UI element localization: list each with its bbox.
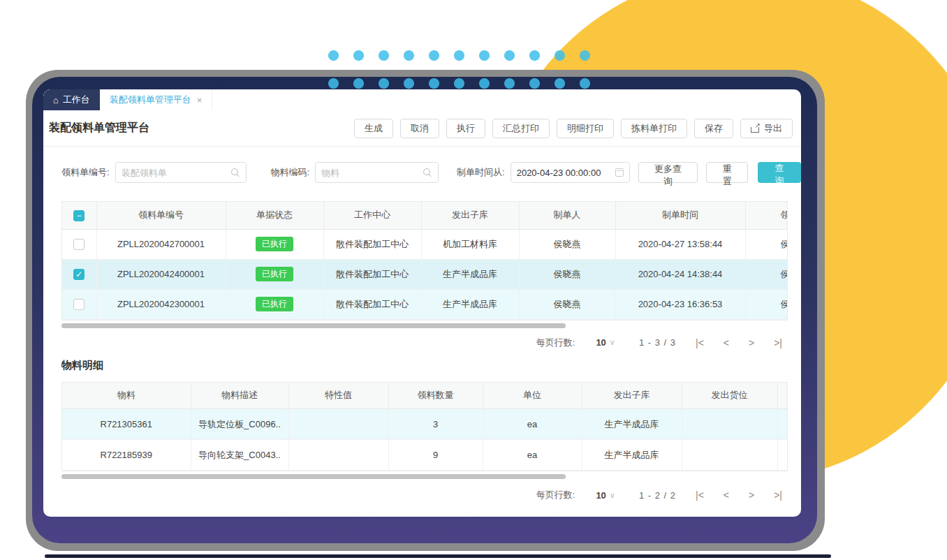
col-picker: 领料人 bbox=[745, 202, 788, 229]
export-button[interactable]: ↗ 导出 bbox=[740, 119, 793, 138]
first-page-button[interactable]: |< bbox=[696, 337, 704, 348]
order-no-label: 领料单编号: bbox=[61, 166, 110, 179]
status-badge: 已执行 bbox=[256, 267, 293, 281]
title-bar: 装配领料单管理平台 生成 取消 执行 汇总打印 明细打印 拣料单打印 保存 ↗ … bbox=[43, 110, 801, 147]
execute-button[interactable]: 执行 bbox=[446, 119, 485, 138]
cell-creator: 侯晓燕 bbox=[519, 289, 615, 319]
table-row[interactable]: R721305361 导轨定位板_C0096.. 3 ea 生产半成品库 bbox=[62, 409, 788, 440]
chevron-down-icon[interactable]: ∨ bbox=[610, 338, 615, 347]
orders-table-body: ZPLL2020042700001 已执行 散件装配加工中心 机加工材料库 侯晓… bbox=[62, 229, 788, 319]
cell-issue-location bbox=[682, 409, 777, 440]
next-page-button[interactable]: > bbox=[749, 489, 754, 501]
cell-unit: ea bbox=[483, 440, 582, 471]
reset-button[interactable]: 重置 bbox=[706, 162, 748, 183]
cell-material-desc: 导向轮支架_C0043.. bbox=[191, 440, 288, 471]
summary-print-button[interactable]: 汇总打印 bbox=[492, 119, 550, 138]
last-page-button[interactable]: >| bbox=[774, 337, 782, 348]
detail-pagination: 每页行数: 10 ∨ 1 - 2 / 2 |< < > >| bbox=[43, 489, 782, 501]
cell-select bbox=[62, 229, 96, 259]
cell-status: 已执行 bbox=[226, 259, 323, 289]
select-all-checkbox[interactable]: − bbox=[73, 210, 85, 221]
save-button[interactable]: 保存 bbox=[694, 119, 733, 138]
orders-hscrollbar-thumb[interactable] bbox=[61, 323, 566, 328]
date-from-label: 制单时间从: bbox=[457, 166, 505, 179]
rows-per-page-label: 每页行数: bbox=[536, 489, 575, 501]
decorative-bottom-line bbox=[45, 554, 831, 558]
row-checkbox[interactable] bbox=[73, 299, 85, 310]
search-icon[interactable] bbox=[423, 168, 432, 177]
select-all-header: − bbox=[62, 202, 96, 229]
export-icon: ↗ bbox=[751, 124, 760, 133]
search-button[interactable]: 查询 bbox=[758, 162, 801, 183]
cancel-button[interactable]: 取消 bbox=[400, 119, 439, 138]
table-row[interactable]: ZPLL2020042300001 已执行 散件装配加工中心 生产半成品库 侯晓… bbox=[62, 289, 788, 319]
chevron-down-icon[interactable]: ∨ bbox=[610, 491, 615, 500]
detail-table-body: R721305361 导轨定位板_C0096.. 3 ea 生产半成品库 R72… bbox=[62, 409, 788, 471]
home-icon: ⌂ bbox=[53, 95, 59, 105]
detail-print-button[interactable]: 明细打印 bbox=[557, 119, 614, 138]
cell-created-at: 2020-04-24 14:38:44 bbox=[615, 259, 745, 289]
cell-order-no: ZPLL2020042700001 bbox=[96, 229, 226, 259]
page-size-value[interactable]: 10 bbox=[596, 337, 605, 348]
tab-current-label: 装配领料单管理平台 bbox=[110, 94, 191, 106]
generate-button[interactable]: 生成 bbox=[354, 119, 393, 138]
cell-created-at: 2020-04-23 16:36:53 bbox=[615, 289, 745, 319]
table-row[interactable]: ✓ ZPLL2020042400001 已执行 散件装配加工中心 生产半成品库 … bbox=[62, 259, 788, 289]
material-code-input[interactable] bbox=[316, 168, 423, 178]
filter-row: 领料单编号: 物料编码: 制单时间从: 更多查询 重置 查询 bbox=[61, 162, 801, 183]
page-size-value[interactable]: 10 bbox=[596, 490, 605, 501]
prev-page-button[interactable]: < bbox=[724, 337, 729, 348]
cell-work-center: 散件装配加工中心 bbox=[323, 229, 421, 259]
col-unit: 单位 bbox=[483, 383, 582, 409]
detail-hscrollbar-thumb[interactable] bbox=[61, 474, 566, 479]
close-tab-icon[interactable]: × bbox=[197, 95, 203, 105]
decorative-dots-row-top bbox=[328, 50, 591, 61]
tab-workbench[interactable]: ⌂ 工作台 bbox=[43, 89, 100, 110]
first-page-button[interactable]: |< bbox=[696, 489, 704, 501]
cell-select: ✓ bbox=[62, 259, 96, 289]
page-title: 装配领料单管理平台 bbox=[49, 121, 149, 135]
tab-current-page[interactable]: 装配领料单管理平台 × bbox=[100, 89, 213, 110]
date-from-input[interactable] bbox=[511, 168, 615, 178]
cell-issue-location bbox=[682, 440, 777, 471]
table-row[interactable]: ZPLL2020042700001 已执行 散件装配加工中心 机加工材料库 侯晓… bbox=[62, 229, 788, 259]
cell-characteristic bbox=[288, 409, 388, 440]
col-work-center: 工作中心 bbox=[323, 202, 421, 229]
col-order-no: 领料单编号 bbox=[96, 202, 226, 229]
row-checkbox[interactable]: ✓ bbox=[73, 269, 85, 280]
cell-issue-warehouse: 生产半成品库 bbox=[582, 440, 682, 471]
row-checkbox[interactable] bbox=[73, 239, 85, 250]
date-from-input-box bbox=[511, 162, 630, 183]
status-badge: 已执行 bbox=[256, 297, 293, 311]
cell-order-no: ZPLL2020042400001 bbox=[96, 259, 226, 289]
col-issue-location: 发出货位 bbox=[682, 383, 777, 409]
search-icon[interactable] bbox=[231, 168, 240, 177]
decorative-dots-row-bottom bbox=[328, 78, 591, 89]
cell-characteristic bbox=[288, 440, 388, 471]
cell-status: 已执行 bbox=[226, 229, 323, 259]
orders-header-row: − 领料单编号 单据状态 工作中心 发出子库 制单人 制单时间 领料人 bbox=[62, 202, 788, 229]
cell-picker: 侯晓燕 bbox=[745, 289, 788, 319]
table-row[interactable]: R722185939 导向轮支架_C0043.. 9 ea 生产半成品库 bbox=[62, 440, 788, 471]
tab-workbench-label: 工作台 bbox=[63, 94, 90, 106]
calendar-icon[interactable] bbox=[615, 168, 624, 177]
cell-status: 已执行 bbox=[226, 289, 323, 319]
orders-table: − 领料单编号 单据状态 工作中心 发出子库 制单人 制单时间 领料人 ZPLL… bbox=[62, 202, 788, 320]
cell-sub-warehouse: 生产半成品库 bbox=[421, 259, 519, 289]
page-range: 1 - 2 / 2 bbox=[639, 490, 676, 501]
cell-picker: 侯晓燕 bbox=[745, 259, 788, 289]
material-detail-title: 物料明细 bbox=[61, 359, 801, 372]
toolbar: 生成 取消 执行 汇总打印 明细打印 拣料单打印 保存 ↗ 导出 bbox=[354, 119, 793, 138]
more-search-button[interactable]: 更多查询 bbox=[638, 162, 698, 183]
prev-page-button[interactable]: < bbox=[724, 489, 729, 501]
order-no-input[interactable] bbox=[116, 168, 232, 178]
page: ⌂ 工作台 装配领料单管理平台 × 装配领料单管理平台 生成 取消 执行 汇总打… bbox=[0, 0, 947, 560]
picking-print-button[interactable]: 拣料单打印 bbox=[621, 119, 687, 138]
last-page-button[interactable]: >| bbox=[774, 489, 782, 501]
orders-table-wrap: − 领料单编号 单据状态 工作中心 发出子库 制单人 制单时间 领料人 ZPLL… bbox=[61, 201, 788, 320]
cell-qty: 9 bbox=[388, 440, 483, 471]
orders-hscrollbar bbox=[61, 323, 788, 328]
detail-header-row: 物料 物料描述 特性值 领料数量 单位 发出子库 发出货位 bbox=[62, 383, 788, 409]
next-page-button[interactable]: > bbox=[749, 337, 754, 348]
cell-sub-warehouse: 生产半成品库 bbox=[421, 289, 519, 319]
